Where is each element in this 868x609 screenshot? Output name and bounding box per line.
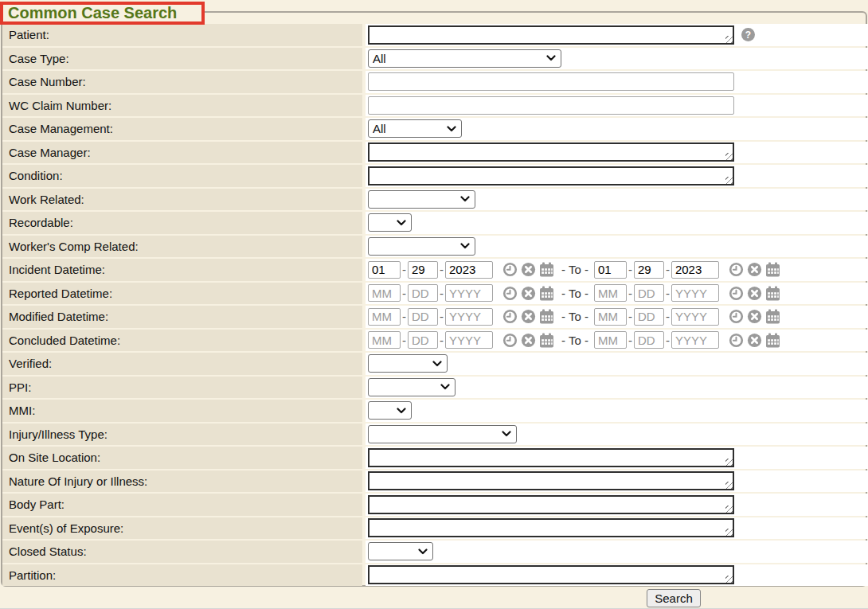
calendar-icon[interactable] <box>765 309 780 324</box>
body-part-textarea[interactable] <box>368 495 734 514</box>
reported-from-day-input[interactable] <box>408 284 438 302</box>
reported-from-month-input[interactable] <box>368 284 401 302</box>
work-related-select[interactable] <box>368 190 475 209</box>
modified-from-day-input[interactable] <box>408 308 438 326</box>
calendar-icon[interactable] <box>539 262 554 277</box>
modified-from-date: - - <box>368 308 554 326</box>
case-number-input[interactable] <box>368 72 734 91</box>
condition-textarea[interactable] <box>368 166 734 185</box>
form-row-nature-of-injury: Nature Of Injury or Illness: <box>2 470 868 493</box>
mmi-select[interactable] <box>368 401 412 420</box>
calendar-icon[interactable] <box>765 262 780 277</box>
closed-status-select[interactable] <box>368 542 433 560</box>
field-label: MMI: <box>2 400 362 422</box>
on-site-location-textarea[interactable] <box>368 448 734 467</box>
calendar-icon[interactable] <box>539 309 554 324</box>
reported-to-month-input[interactable] <box>594 284 627 302</box>
resize-grip-icon[interactable] <box>725 506 733 513</box>
case-management-select[interactable]: All <box>368 119 462 138</box>
modified-to-day-input[interactable] <box>634 308 664 326</box>
workers-comp-related-select[interactable] <box>368 237 475 256</box>
field-label: Case Management: <box>2 118 362 140</box>
chevron-down-icon <box>397 220 406 226</box>
search-button[interactable]: Search <box>647 589 701 607</box>
concluded-from-year-input[interactable] <box>445 331 493 349</box>
form-row-concluded-datetime: Concluded Datetime: - - - To - - - <box>2 330 868 352</box>
incident-from-day-input[interactable] <box>408 261 438 279</box>
form-row-injury-illness-type: Injury/Illness Type: <box>2 424 868 446</box>
resize-grip-icon[interactable] <box>725 36 733 43</box>
incident-from-year-input[interactable] <box>445 261 493 279</box>
field-label: Verified: <box>2 353 362 375</box>
clear-icon[interactable] <box>747 333 762 348</box>
chevron-down-icon <box>418 548 428 555</box>
clear-icon[interactable] <box>747 286 762 301</box>
concluded-to-year-input[interactable] <box>671 331 719 349</box>
reported-to-year-input[interactable] <box>671 284 719 302</box>
events-of-exposure-textarea[interactable] <box>368 518 734 537</box>
clock-icon[interactable] <box>729 262 744 277</box>
patient-textarea[interactable] <box>368 25 734 45</box>
recordable-select[interactable] <box>368 213 412 232</box>
clear-icon[interactable] <box>747 262 762 277</box>
ppi-select[interactable] <box>368 378 456 396</box>
incident-from-month-input[interactable] <box>368 261 401 279</box>
modified-to-month-input[interactable] <box>594 308 627 326</box>
modified-to-year-input[interactable] <box>671 308 719 326</box>
form-row-case-management: Case Management: All <box>2 118 868 140</box>
clock-icon[interactable] <box>502 309 518 324</box>
help-icon[interactable]: ? <box>741 28 755 41</box>
concluded-from-month-input[interactable] <box>368 331 401 349</box>
modified-from-month-input[interactable] <box>368 308 401 326</box>
clock-icon[interactable] <box>502 333 518 348</box>
field-label: Work Related: <box>2 189 362 211</box>
concluded-from-day-input[interactable] <box>408 331 438 349</box>
chevron-down-icon <box>502 431 511 437</box>
field-label: Modified Datetime: <box>2 306 362 328</box>
clear-icon[interactable] <box>521 309 536 324</box>
concluded-to-day-input[interactable] <box>634 331 664 349</box>
injury-illness-type-select[interactable] <box>368 425 517 443</box>
reported-to-day-input[interactable] <box>634 284 664 302</box>
field-label: Patient: <box>2 24 362 46</box>
modified-from-year-input[interactable] <box>445 308 493 326</box>
chevron-down-icon <box>432 361 442 367</box>
clock-icon[interactable] <box>502 286 518 301</box>
reported-to-date: - - <box>594 284 780 302</box>
field-label: Closed Status: <box>2 541 362 563</box>
clock-icon[interactable] <box>502 262 518 277</box>
clear-icon[interactable] <box>521 286 536 301</box>
verified-select[interactable] <box>368 354 448 373</box>
field-label: Recordable: <box>2 212 362 234</box>
field-label: Body Part: <box>2 494 362 516</box>
partition-textarea[interactable] <box>368 565 734 584</box>
incident-to-month-input[interactable] <box>594 261 627 279</box>
clear-icon[interactable] <box>521 333 536 348</box>
chevron-down-icon <box>447 126 456 132</box>
clear-icon[interactable] <box>747 309 762 324</box>
clock-icon[interactable] <box>729 333 744 348</box>
field-label: Worker's Comp Related: <box>2 236 362 258</box>
resize-grip-icon[interactable] <box>725 576 733 583</box>
reported-from-year-input[interactable] <box>445 284 493 302</box>
incident-to-year-input[interactable] <box>671 261 719 279</box>
calendar-icon[interactable] <box>539 286 554 301</box>
calendar-icon[interactable] <box>765 286 780 301</box>
concluded-to-month-input[interactable] <box>594 331 627 349</box>
resize-grip-icon[interactable] <box>725 482 733 489</box>
incident-to-day-input[interactable] <box>634 261 664 279</box>
clock-icon[interactable] <box>729 286 744 301</box>
clear-icon[interactable] <box>521 262 536 277</box>
case-manager-textarea[interactable] <box>368 142 734 162</box>
resize-grip-icon[interactable] <box>725 459 733 466</box>
calendar-icon[interactable] <box>765 333 780 348</box>
nature-of-injury-textarea[interactable] <box>368 471 734 490</box>
clock-icon[interactable] <box>729 309 744 324</box>
resize-grip-icon[interactable] <box>725 153 733 160</box>
case-type-select[interactable]: All <box>368 49 561 68</box>
wc-claim-number-input[interactable] <box>368 96 734 115</box>
calendar-icon[interactable] <box>539 333 554 348</box>
resize-grip-icon[interactable] <box>725 177 733 184</box>
form-row-patient: Patient: ? <box>2 24 868 46</box>
resize-grip-icon[interactable] <box>725 529 733 536</box>
